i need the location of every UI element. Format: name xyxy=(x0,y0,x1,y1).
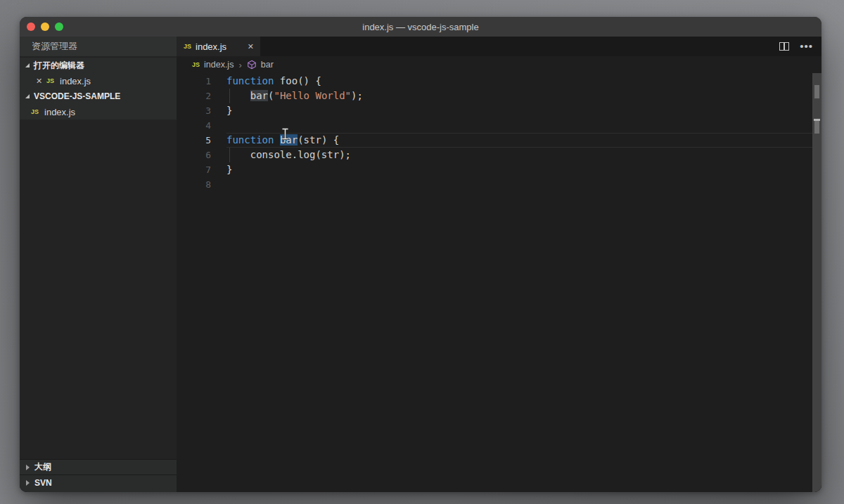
line-number: 4 xyxy=(177,118,211,133)
sidebar-bottom-pad xyxy=(20,490,177,492)
tab-label: index.js xyxy=(196,41,226,52)
code-line[interactable]: 3} xyxy=(177,103,821,118)
code-token: "Hello World" xyxy=(274,90,351,101)
close-window-button[interactable] xyxy=(27,22,35,31)
sidebar-empty-area xyxy=(20,119,177,459)
code-area[interactable]: 1function foo() {2 bar("Hello World");3}… xyxy=(177,73,821,492)
code-line[interactable]: 6 console.log(str); xyxy=(177,148,821,162)
code-line[interactable]: 5function bar(str) { xyxy=(177,133,821,148)
selected-text: bar xyxy=(280,134,298,146)
code-line[interactable]: 7} xyxy=(177,162,821,177)
tab-bar: JS index.js ✕ ••• xyxy=(177,37,821,56)
folder-section-label: VSCODE-JS-SAMPLE xyxy=(34,91,120,101)
folder-section-header[interactable]: VSCODE-JS-SAMPLE xyxy=(20,89,177,104)
code-token: (str) { xyxy=(298,134,339,146)
code-line[interactable]: 1function foo() { xyxy=(177,74,821,89)
js-file-icon: JS xyxy=(192,61,200,68)
outline-section-header[interactable]: 大纲 xyxy=(20,459,177,474)
line-number: 7 xyxy=(177,162,211,177)
tab-close-icon[interactable]: ✕ xyxy=(248,42,254,51)
code-line[interactable]: 2 bar("Hello World"); xyxy=(177,89,821,103)
js-file-icon: JS xyxy=(46,77,54,84)
close-editor-icon[interactable]: ✕ xyxy=(35,77,43,86)
code-token: function xyxy=(226,134,274,146)
overview-ruler-selection-mark xyxy=(814,121,819,134)
line-number: 8 xyxy=(177,177,211,192)
js-file-icon: JS xyxy=(184,43,191,50)
breadcrumb-file[interactable]: index.js xyxy=(204,60,234,70)
breadcrumb-symbol[interactable]: bar xyxy=(261,60,274,70)
twisty-open-icon xyxy=(25,63,30,67)
line-text: console.log(str); xyxy=(211,148,351,162)
open-editors-label: 打开的编辑器 xyxy=(34,60,84,72)
code-token: } xyxy=(226,164,232,175)
minimize-window-button[interactable] xyxy=(41,22,49,31)
word-highlight: bar xyxy=(250,90,268,101)
editor-group: JS index.js ✕ ••• JS index.js › xyxy=(177,37,821,492)
zoom-window-button[interactable] xyxy=(55,22,63,31)
open-editors-section-header[interactable]: 打开的编辑器 xyxy=(20,58,177,73)
line-text: function bar(str) { xyxy=(211,133,339,148)
line-text xyxy=(211,177,226,192)
code-token xyxy=(274,134,279,146)
editor-actions: ••• xyxy=(779,37,821,56)
outline-label: 大纲 xyxy=(34,461,51,473)
svn-section-header[interactable]: SVN xyxy=(20,474,177,490)
explorer-tree: 打开的编辑器 ✕ JS index.js VSCODE-JS-SAMPLE JS… xyxy=(20,58,177,119)
tree-item-indexjs[interactable]: JS index.js xyxy=(20,104,177,119)
line-text: bar("Hello World"); xyxy=(211,89,363,103)
line-number: 3 xyxy=(177,103,211,118)
js-file-icon: JS xyxy=(31,108,39,115)
sidebar-title: 资源管理器 xyxy=(20,37,177,56)
titlebar[interactable]: index.js — vscode-js-sample xyxy=(20,17,821,37)
code-token: console.log(str); xyxy=(226,149,351,160)
line-number: 2 xyxy=(177,89,211,103)
split-editor-icon[interactable] xyxy=(779,42,789,51)
symbol-function-icon xyxy=(247,60,257,70)
line-text: } xyxy=(211,103,232,118)
twisty-collapsed-icon xyxy=(26,465,30,470)
more-actions-icon[interactable]: ••• xyxy=(800,42,813,51)
code-token: ); xyxy=(351,90,363,101)
window-title: index.js — vscode-js-sample xyxy=(362,22,478,32)
code-token xyxy=(226,90,250,101)
line-number: 6 xyxy=(177,148,211,162)
code-token: foo() { xyxy=(274,75,321,86)
code-line[interactable]: 8 xyxy=(177,177,821,192)
editor-scrollbar[interactable] xyxy=(812,73,821,492)
code-token: function xyxy=(226,75,274,86)
vscode-window: index.js — vscode-js-sample 资源管理器 打开的编辑器… xyxy=(20,17,821,492)
line-number: 1 xyxy=(177,74,211,89)
breadcrumb-separator: › xyxy=(238,60,241,70)
tab-indexjs[interactable]: JS index.js ✕ xyxy=(177,37,260,56)
code-lines: 1function foo() {2 bar("Hello World");3}… xyxy=(177,74,821,192)
line-number: 5 xyxy=(177,133,211,148)
line-text: function foo() { xyxy=(211,74,321,89)
indent-guide xyxy=(229,148,230,162)
code-line[interactable]: 4 xyxy=(177,118,821,133)
twisty-collapsed-icon xyxy=(26,480,30,486)
explorer-sidebar: 资源管理器 打开的编辑器 ✕ JS index.js VSCODE-JS-SAM… xyxy=(20,37,177,492)
overview-ruler-highlight-mark xyxy=(814,85,819,98)
svn-label: SVN xyxy=(34,478,52,488)
traffic-lights xyxy=(27,22,63,31)
breadcrumb: JS index.js › bar xyxy=(177,56,821,73)
indent-guide xyxy=(229,89,230,103)
twisty-open-icon xyxy=(25,94,30,98)
tree-filename: index.js xyxy=(44,107,75,117)
line-text xyxy=(211,118,226,133)
open-editor-filename: index.js xyxy=(60,76,91,86)
open-editor-item-indexjs[interactable]: ✕ JS index.js xyxy=(20,73,177,89)
line-text: } xyxy=(211,162,232,177)
code-token: } xyxy=(226,105,232,116)
